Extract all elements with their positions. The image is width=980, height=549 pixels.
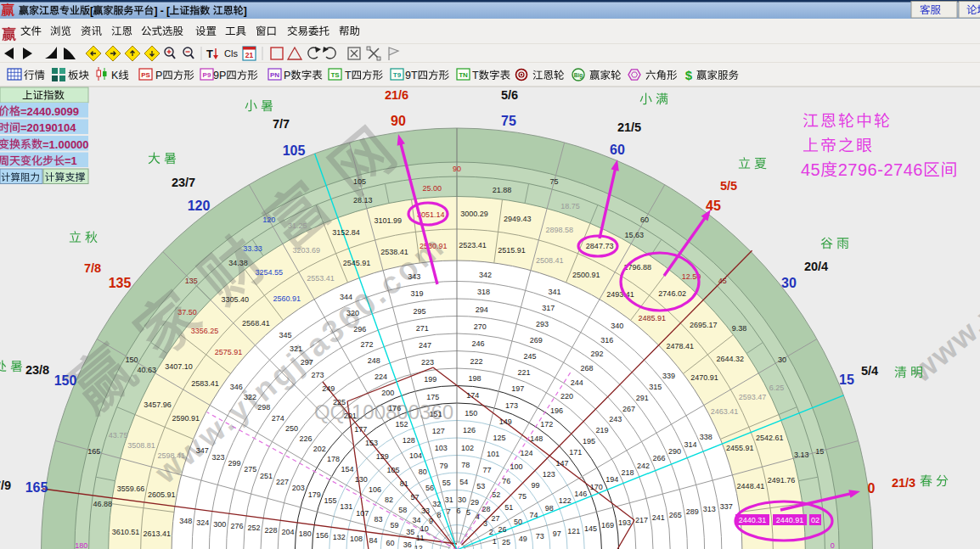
svg-text:P: P <box>155 70 162 81</box>
svg-text:249: 249 <box>322 384 335 393</box>
svg-text:105: 105 <box>386 466 399 474</box>
svg-text:2515.91: 2515.91 <box>498 246 526 255</box>
svg-text:150: 150 <box>465 409 477 417</box>
svg-text:2644.32: 2644.32 <box>717 355 745 363</box>
svg-text:102: 102 <box>461 444 474 452</box>
svg-text:268: 268 <box>581 364 594 373</box>
svg-text:2568.41: 2568.41 <box>242 319 270 328</box>
svg-text:295: 295 <box>414 307 426 316</box>
svg-text:46.88: 46.88 <box>93 500 113 508</box>
svg-text:337: 337 <box>720 502 733 511</box>
svg-text:154: 154 <box>341 465 353 473</box>
svg-text:T: T <box>206 48 213 60</box>
svg-text:[: [ <box>90 5 93 17</box>
svg-text:98: 98 <box>545 504 554 513</box>
svg-text:]: ] <box>244 5 247 17</box>
svg-text:29: 29 <box>470 498 479 507</box>
svg-text:2440.91: 2440.91 <box>776 516 804 524</box>
svg-text:7: 7 <box>447 507 451 516</box>
svg-text:177: 177 <box>354 425 367 434</box>
svg-text:108: 108 <box>350 535 363 543</box>
svg-text:179: 179 <box>308 490 321 499</box>
svg-text:342: 342 <box>479 271 492 279</box>
svg-text:=1: =1 <box>65 154 77 167</box>
svg-text:151: 151 <box>430 410 442 418</box>
svg-text:348: 348 <box>179 517 192 525</box>
svg-text:3101.99: 3101.99 <box>375 216 403 225</box>
svg-text:43.75: 43.75 <box>109 431 128 440</box>
svg-text:196: 196 <box>550 406 563 415</box>
svg-text:146: 146 <box>574 490 587 498</box>
svg-text:3610.51: 3610.51 <box>112 528 140 536</box>
svg-text:227: 227 <box>276 478 289 486</box>
svg-text:30: 30 <box>458 496 466 504</box>
svg-text:275: 275 <box>244 465 256 473</box>
svg-text:165: 165 <box>87 447 100 456</box>
svg-text:148: 148 <box>530 434 543 443</box>
svg-text:152: 152 <box>396 420 408 429</box>
svg-text:198: 198 <box>468 374 481 383</box>
svg-text:316: 316 <box>600 336 613 345</box>
svg-text:243: 243 <box>609 415 622 423</box>
svg-text:273: 273 <box>312 371 324 379</box>
svg-text:3356.25: 3356.25 <box>191 327 219 335</box>
svg-text:318: 318 <box>477 288 490 296</box>
svg-text:T: T <box>345 70 352 81</box>
svg-text:4: 4 <box>476 513 480 521</box>
svg-text:P9: P9 <box>203 71 211 79</box>
svg-text:49: 49 <box>519 535 527 543</box>
svg-text:228: 228 <box>265 526 278 535</box>
svg-text:339: 339 <box>662 372 675 380</box>
svg-text:180: 180 <box>75 541 87 549</box>
svg-text:299: 299 <box>228 459 240 468</box>
svg-text:37.50: 37.50 <box>177 308 197 317</box>
svg-text:314: 314 <box>684 440 696 449</box>
svg-text:247: 247 <box>419 341 431 350</box>
svg-text:343: 343 <box>408 272 420 281</box>
svg-text:129: 129 <box>376 452 389 461</box>
svg-text:2485.91: 2485.91 <box>638 314 666 322</box>
svg-text:194: 194 <box>605 475 618 484</box>
svg-text:0: 0 <box>831 541 835 549</box>
svg-text:313: 313 <box>703 505 716 513</box>
svg-text:18.75: 18.75 <box>560 202 580 210</box>
svg-text:223: 223 <box>421 358 434 367</box>
svg-text:7/7: 7/7 <box>273 117 290 131</box>
svg-text:147: 147 <box>555 459 568 468</box>
svg-text:289: 289 <box>686 507 699 516</box>
svg-text:2538.41: 2538.41 <box>380 248 408 256</box>
svg-text:3152.84: 3152.84 <box>332 228 360 237</box>
svg-text:291: 291 <box>636 394 649 402</box>
svg-text:7/8: 7/8 <box>84 261 101 275</box>
svg-text:294: 294 <box>476 305 488 314</box>
svg-text:2448.41: 2448.41 <box>737 482 765 490</box>
svg-text:50: 50 <box>514 518 522 526</box>
svg-text:2491.76: 2491.76 <box>768 476 796 485</box>
svg-text:0: 0 <box>868 481 876 496</box>
svg-text:58: 58 <box>398 506 407 514</box>
svg-text:171: 171 <box>569 448 582 457</box>
svg-text:15: 15 <box>839 373 854 387</box>
svg-text:3.13: 3.13 <box>794 451 809 459</box>
svg-text:341: 341 <box>549 288 561 296</box>
svg-text:200: 200 <box>381 389 394 397</box>
svg-text:241: 241 <box>652 513 665 522</box>
svg-text:73: 73 <box>536 532 544 541</box>
svg-text:300: 300 <box>213 520 226 529</box>
svg-text:120: 120 <box>262 216 275 224</box>
svg-text:55: 55 <box>442 479 451 487</box>
svg-text:199: 199 <box>424 375 436 384</box>
svg-text:82: 82 <box>385 496 393 504</box>
svg-text:57: 57 <box>410 493 419 501</box>
svg-text:222: 222 <box>470 357 482 366</box>
svg-text:274: 274 <box>272 414 284 423</box>
svg-text:10: 10 <box>420 524 429 533</box>
svg-text:3000.29: 3000.29 <box>460 210 488 218</box>
svg-text:59: 59 <box>390 521 398 529</box>
svg-text:5/4: 5/4 <box>861 364 878 378</box>
svg-text:107: 107 <box>356 509 369 518</box>
svg-text:269: 269 <box>530 336 543 345</box>
svg-text:220: 220 <box>560 392 573 401</box>
svg-text:121: 121 <box>567 527 580 535</box>
svg-text:PN: PN <box>270 71 279 79</box>
